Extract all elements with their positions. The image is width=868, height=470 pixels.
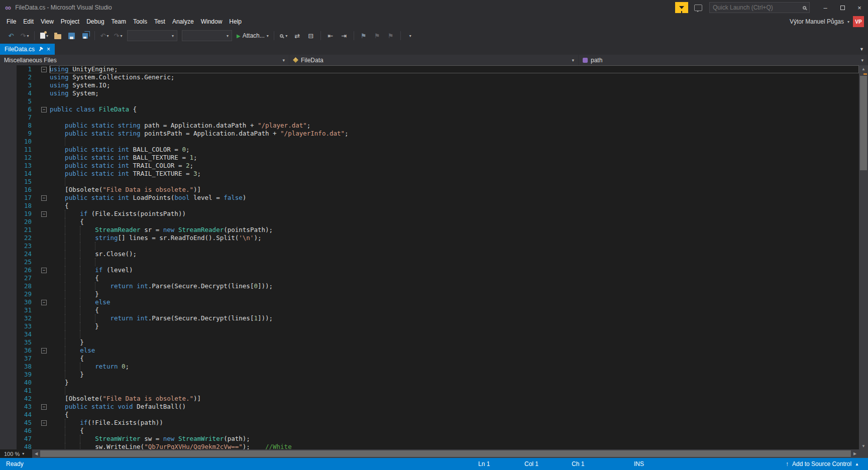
code-line[interactable] [50, 138, 859, 146]
new-file-button[interactable]: ▾ [38, 30, 50, 41]
horizontal-scrollbar[interactable]: ◀ ▶ [32, 449, 859, 458]
menu-item-team[interactable]: Team [108, 16, 130, 27]
code-line[interactable]: public static int BALL_TEXTURE = 1; [50, 154, 859, 162]
code-line[interactable]: if (File.Exists(pointsPath)) [50, 210, 859, 218]
fold-collapse-icon[interactable]: − [41, 67, 47, 72]
fold-collapse-icon[interactable]: − [41, 107, 47, 112]
minimize-button[interactable]: – [817, 0, 834, 15]
code-line[interactable]: public static int BALL_COLOR = 0; [50, 146, 859, 154]
type-dropdown[interactable]: FileData ▾ [289, 55, 579, 65]
code-line[interactable]: return int.Parse(Secure.Decrypt(lines[0]… [50, 282, 859, 290]
code-line[interactable]: using System; [50, 89, 859, 97]
code-line[interactable]: public static void DefaultBall() [50, 403, 859, 411]
account-area[interactable]: Výtor Manuel Půgas ▾ VP [790, 16, 868, 27]
member-dropdown[interactable]: path ▾ [579, 55, 868, 65]
open-file-button[interactable] [52, 30, 64, 41]
fold-collapse-icon[interactable]: − [41, 268, 47, 273]
scroll-down-icon[interactable]: ▼ [859, 442, 868, 449]
code-line[interactable]: using System.Collections.Generic; [50, 73, 859, 81]
project-dropdown[interactable]: Miscellaneous Files ▾ [0, 55, 289, 65]
menu-item-help[interactable]: Help [226, 16, 245, 27]
fold-collapse-icon[interactable]: − [41, 300, 47, 305]
code-line[interactable]: { [50, 427, 859, 435]
status-column[interactable]: Col 1 [524, 458, 538, 470]
code-line[interactable] [50, 97, 859, 105]
fold-collapse-icon[interactable]: − [41, 211, 47, 217]
menu-item-analyze[interactable]: Analyze [169, 16, 197, 27]
code-line[interactable]: [Obsolete("File Data is obsolete.")] [50, 186, 859, 194]
zoom-control[interactable]: 100 % ▾ [0, 449, 32, 458]
close-icon[interactable]: × [47, 46, 50, 53]
code-line[interactable] [50, 242, 859, 250]
fold-collapse-icon[interactable]: − [41, 195, 47, 201]
find-in-files-button[interactable]: ▾ [278, 30, 290, 41]
scroll-left-icon[interactable]: ◀ [32, 449, 40, 458]
decrease-indent-button[interactable]: ⇤ [324, 30, 337, 41]
solution-configurations-dropdown[interactable]: ▾ [127, 30, 177, 41]
collapse-all-button[interactable]: ⊟ [305, 30, 317, 41]
code-line[interactable]: sw.WriteLine("Qb7urPqXVHu/Qq9ekm2cVw==")… [50, 443, 859, 449]
code-line[interactable]: StreamReader sr = new StreamReader(point… [50, 226, 859, 234]
code-line[interactable]: } [50, 290, 859, 298]
code-line[interactable]: string[] lines = sr.ReadToEnd().Split('\… [50, 234, 859, 242]
menu-item-window[interactable]: Window [197, 16, 226, 27]
toggle-bookmark-button[interactable]: ⚑ [358, 30, 370, 41]
code-line[interactable] [50, 387, 859, 395]
code-line[interactable]: using System.IO; [50, 81, 859, 89]
code-line[interactable]: if (level) [50, 266, 859, 274]
code-line[interactable]: { [50, 411, 859, 419]
code-line[interactable]: public static int TRAIL_TEXTURE = 3; [50, 170, 859, 178]
code-line[interactable] [50, 178, 859, 186]
code-line[interactable]: return 0; [50, 363, 859, 371]
menu-item-project[interactable]: Project [57, 16, 83, 27]
code-line[interactable]: else [50, 298, 859, 306]
code-line[interactable]: { [50, 306, 859, 314]
code-line[interactable]: public static string path = Application.… [50, 122, 859, 130]
code-line[interactable]: { [50, 274, 859, 282]
close-button[interactable]: × [851, 0, 868, 15]
code-line[interactable]: { [50, 218, 859, 226]
code-line[interactable]: [Obsolete("File Data is obsolete.")] [50, 395, 859, 403]
breakpoint-margin[interactable] [0, 65, 17, 449]
code-line[interactable] [50, 113, 859, 122]
code-line[interactable]: } [50, 322, 859, 330]
solution-platforms-dropdown[interactable]: ▾ [182, 30, 232, 41]
status-line[interactable]: Ln 1 [478, 458, 490, 470]
code-editor[interactable]: using UnityEngine;using System.Collectio… [49, 65, 859, 449]
tab-list-dropdown-icon[interactable]: ▼ [855, 47, 868, 52]
code-line[interactable]: return int.Parse(Secure.Decrypt(lines[1]… [50, 314, 859, 322]
avatar[interactable]: VP [853, 16, 864, 27]
fold-collapse-icon[interactable]: − [41, 404, 47, 410]
undo-button[interactable]: ↶▾ [98, 30, 111, 41]
pin-icon[interactable] [37, 46, 44, 53]
menu-item-edit[interactable]: Edit [20, 16, 37, 27]
save-all-button[interactable] [79, 30, 91, 41]
add-to-source-control-button[interactable]: ↑ Add to Source Control ▲ [786, 458, 859, 470]
code-line[interactable]: public class FileData { [50, 105, 859, 113]
menu-item-tools[interactable]: Tools [130, 16, 151, 27]
code-line[interactable]: } [50, 338, 859, 346]
tab-filedata[interactable]: FileData.cs × [0, 44, 55, 55]
feedback-icon[interactable] [694, 5, 702, 11]
code-line[interactable]: using UnityEngine; [50, 65, 859, 73]
scroll-up-icon[interactable]: ▲ [859, 65, 868, 72]
code-line[interactable]: public static int LoadPoints(bool level … [50, 194, 859, 202]
toolbar-overflow-button[interactable]: ▾ [404, 30, 416, 41]
code-line[interactable]: } [50, 371, 859, 379]
code-line[interactable]: public static string pointsPath = Applic… [50, 130, 859, 138]
notifications-filter-button[interactable] [675, 2, 688, 13]
increase-indent-button[interactable]: ⇥ [338, 30, 350, 41]
fold-collapse-icon[interactable]: − [41, 420, 47, 426]
navigate-forward-button[interactable]: ↷▾ [19, 30, 31, 41]
code-line[interactable] [50, 330, 859, 338]
save-button[interactable] [65, 30, 77, 41]
code-line[interactable]: { [50, 355, 859, 363]
menu-item-test[interactable]: Test [151, 16, 169, 27]
attach-button[interactable]: ▶Attach...▾ [235, 30, 270, 41]
menu-item-debug[interactable]: Debug [83, 16, 107, 27]
status-insert-mode[interactable]: INS [634, 458, 644, 470]
horizontal-scrollbar-thumb[interactable] [40, 450, 851, 457]
code-line[interactable]: public static int TRAIL_COLOR = 2; [50, 162, 859, 170]
menu-item-view[interactable]: View [37, 16, 57, 27]
status-character[interactable]: Ch 1 [572, 458, 584, 470]
